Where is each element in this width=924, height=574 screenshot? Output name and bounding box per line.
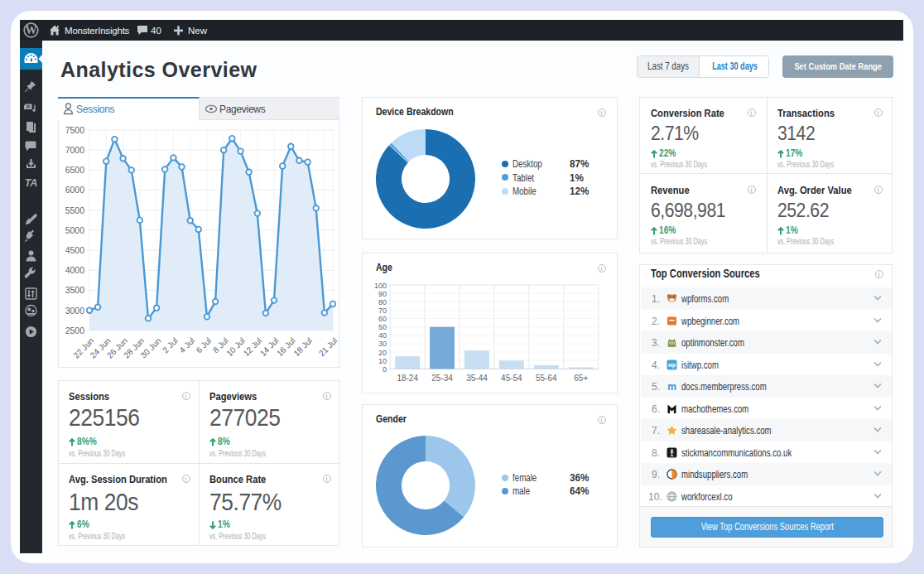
svg-text:45-54: 45-54 <box>501 374 522 383</box>
svg-text:65+: 65+ <box>574 374 588 383</box>
svg-text:40: 40 <box>378 331 387 340</box>
svg-text:W: W <box>26 24 37 36</box>
svg-text:5500: 5500 <box>65 205 85 215</box>
svg-text:100: 100 <box>374 282 387 290</box>
svg-text:20: 20 <box>378 349 387 357</box>
svg-text:80: 80 <box>378 298 387 306</box>
svg-text:6 Jul: 6 Jul <box>195 336 214 355</box>
svg-text:wp: wp <box>667 362 676 369</box>
svg-text:5000: 5000 <box>65 225 85 235</box>
svg-text:7500: 7500 <box>65 125 85 135</box>
svg-text:3500: 3500 <box>65 285 85 295</box>
svg-text:25-34: 25-34 <box>431 374 453 383</box>
svg-text:6000: 6000 <box>65 185 85 195</box>
svg-text:30: 30 <box>378 340 387 348</box>
svg-text:55-64: 55-64 <box>536 374 557 383</box>
svg-text:60: 60 <box>378 315 387 323</box>
svg-text:3000: 3000 <box>65 306 85 316</box>
svg-text:4000: 4000 <box>65 265 85 275</box>
svg-text:18-24: 18-24 <box>397 374 418 383</box>
svg-text:4 Jul: 4 Jul <box>177 336 196 355</box>
svg-text:2500: 2500 <box>65 326 85 335</box>
svg-text:50: 50 <box>378 323 387 331</box>
svg-text:10 Jul: 10 Jul <box>224 336 247 359</box>
svg-text:14 Jul: 14 Jul <box>258 336 281 359</box>
svg-text:10: 10 <box>378 357 387 365</box>
svg-text:m: m <box>667 381 676 392</box>
svg-text:TA: TA <box>25 177 38 189</box>
svg-text:70: 70 <box>378 306 387 315</box>
svg-text:4500: 4500 <box>65 245 85 255</box>
svg-text:16 Jul: 16 Jul <box>275 336 297 359</box>
svg-text:0: 0 <box>383 365 387 374</box>
svg-text:6500: 6500 <box>65 165 85 175</box>
svg-text:21 Jul: 21 Jul <box>317 336 339 359</box>
svg-text:7000: 7000 <box>65 145 85 155</box>
svg-text:2 Jul: 2 Jul <box>161 336 180 355</box>
svg-text:18 Jul: 18 Jul <box>291 336 314 359</box>
svg-text:35-44: 35-44 <box>466 374 488 383</box>
svg-text:90: 90 <box>378 290 387 298</box>
